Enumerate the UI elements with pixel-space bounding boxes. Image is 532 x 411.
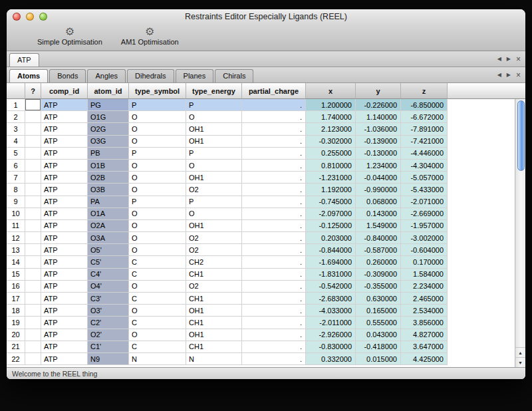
cell-type-energy[interactable]: OH1: [186, 220, 242, 232]
cell-z[interactable]: 0.170000: [401, 256, 448, 268]
column-header-flag[interactable]: ?: [25, 83, 41, 99]
cell-type-symbol[interactable]: C: [129, 341, 186, 353]
cell-type-energy[interactable]: CH1: [186, 341, 242, 353]
cell-x[interactable]: -2.683000: [306, 293, 356, 305]
cell-partial-charge[interactable]: .: [242, 172, 306, 184]
cell-y[interactable]: -0.044000: [356, 172, 401, 184]
titlebar[interactable]: Restraints Editor Especially Ligands (RE…: [7, 9, 525, 24]
cell-comp-id[interactable]: ATP: [41, 160, 88, 172]
row-number[interactable]: 10: [7, 208, 25, 220]
cell-partial-charge[interactable]: .: [242, 281, 306, 293]
cell-partial-charge[interactable]: .: [242, 353, 306, 365]
cell-z[interactable]: 1.584000: [401, 269, 448, 281]
cell-atom-id[interactable]: C1': [88, 341, 129, 353]
cell-type-symbol[interactable]: P: [129, 148, 186, 160]
cell-z[interactable]: 2.534000: [401, 305, 448, 317]
cell-atom-id[interactable]: N9: [88, 353, 129, 365]
table-row[interactable]: 16ATPO4'OO2.-0.542000-0.3550002.234000: [7, 281, 515, 293]
cell-comp-id[interactable]: ATP: [41, 172, 88, 184]
cell-z[interactable]: -7.421000: [401, 136, 448, 148]
cell-atom-id[interactable]: O4': [88, 281, 129, 293]
row-number[interactable]: 16: [7, 281, 25, 293]
cell-atom-id[interactable]: O2A: [88, 220, 129, 232]
tab-chirals[interactable]: Chirals: [215, 69, 253, 82]
cell-flag[interactable]: [25, 160, 41, 172]
cell-flag[interactable]: [25, 136, 41, 148]
cell-type-symbol[interactable]: O: [129, 208, 186, 220]
cell-y[interactable]: 0.068000: [356, 196, 401, 208]
cell-partial-charge[interactable]: .: [242, 341, 306, 353]
row-number[interactable]: 18: [7, 305, 25, 317]
cell-type-symbol[interactable]: O: [129, 160, 186, 172]
cell-x[interactable]: -0.542000: [306, 281, 356, 293]
cell-flag[interactable]: [25, 256, 41, 268]
cell-type-symbol[interactable]: O: [129, 111, 186, 123]
cell-atom-id[interactable]: PB: [88, 148, 129, 160]
row-number[interactable]: 9: [7, 196, 25, 208]
cell-partial-charge[interactable]: .: [242, 269, 306, 281]
cell-partial-charge[interactable]: .: [242, 196, 306, 208]
cell-partial-charge[interactable]: .: [242, 244, 306, 256]
cell-type-symbol[interactable]: P: [129, 99, 186, 111]
cell-comp-id[interactable]: ATP: [41, 99, 88, 111]
cell-x[interactable]: -0.844000: [306, 244, 356, 256]
scrollbar-track[interactable]: [515, 99, 525, 347]
table-row[interactable]: 8ATPO3BOO2.1.192000-0.990000-5.433000: [7, 184, 515, 196]
cell-type-energy[interactable]: CH2: [186, 256, 242, 268]
cell-flag[interactable]: [25, 111, 41, 123]
cell-z[interactable]: -0.604000: [401, 244, 448, 256]
cell-partial-charge[interactable]: .: [242, 136, 306, 148]
cell-x[interactable]: 0.332000: [306, 353, 356, 365]
cell-partial-charge[interactable]: .: [242, 220, 306, 232]
tab-scroll-right-icon[interactable]: ▶: [507, 56, 511, 62]
cell-atom-id[interactable]: O1A: [88, 208, 129, 220]
cell-y[interactable]: -0.139000: [356, 136, 401, 148]
row-number[interactable]: 4: [7, 136, 25, 148]
cell-flag[interactable]: [25, 184, 41, 196]
row-number[interactable]: 11: [7, 220, 25, 232]
cell-y[interactable]: 0.260000: [356, 256, 401, 268]
cell-type-symbol[interactable]: C: [129, 293, 186, 305]
tab-dihedrals[interactable]: Dihedrals: [127, 69, 174, 82]
row-number[interactable]: 17: [7, 293, 25, 305]
cell-y[interactable]: 1.140000: [356, 111, 401, 123]
cell-x[interactable]: -1.694000: [306, 256, 356, 268]
cell-flag[interactable]: [25, 208, 41, 220]
cell-partial-charge[interactable]: .: [242, 232, 306, 244]
tab-atp[interactable]: ATP: [9, 53, 39, 67]
cell-z[interactable]: -5.433000: [401, 184, 448, 196]
cell-partial-charge[interactable]: .: [242, 208, 306, 220]
cell-partial-charge[interactable]: .: [242, 111, 306, 123]
simple-optimisation-button[interactable]: ⚙ Simple Optimisation: [33, 25, 106, 47]
cell-x[interactable]: -4.033000: [306, 305, 356, 317]
cell-type-symbol[interactable]: O: [129, 184, 186, 196]
cell-comp-id[interactable]: ATP: [41, 208, 88, 220]
cell-y[interactable]: -1.036000: [356, 123, 401, 135]
table-row[interactable]: 18ATPO3'OOH1.-4.0330000.1650002.534000: [7, 305, 515, 317]
column-header-partial-charge[interactable]: partial_charge: [242, 83, 306, 99]
cell-flag[interactable]: [25, 99, 41, 111]
row-number[interactable]: 20: [7, 329, 25, 341]
cell-z[interactable]: -1.957000: [401, 220, 448, 232]
cell-type-energy[interactable]: OH1: [186, 329, 242, 341]
cell-z[interactable]: -2.071000: [401, 196, 448, 208]
cell-y[interactable]: -0.587000: [356, 244, 401, 256]
cell-x[interactable]: 1.192000: [306, 184, 356, 196]
cell-atom-id[interactable]: O3A: [88, 232, 129, 244]
table-row[interactable]: 5ATPPBPP.0.255000-0.130000-4.446000: [7, 148, 515, 160]
cell-flag[interactable]: [25, 317, 41, 329]
cell-partial-charge[interactable]: .: [242, 184, 306, 196]
cell-type-energy[interactable]: O2: [186, 232, 242, 244]
tab-scroll-right-icon[interactable]: ▶: [507, 72, 511, 78]
row-number[interactable]: 6: [7, 160, 25, 172]
tab-atoms[interactable]: Atoms: [9, 69, 48, 82]
cell-flag[interactable]: [25, 196, 41, 208]
table-row[interactable]: 4ATPO3GOOH1.-0.302000-0.139000-7.421000: [7, 136, 515, 148]
cell-z[interactable]: -4.304000: [401, 160, 448, 172]
cell-comp-id[interactable]: ATP: [41, 293, 88, 305]
cell-x[interactable]: 1.200000: [306, 99, 356, 111]
cell-flag[interactable]: [25, 148, 41, 160]
cell-partial-charge[interactable]: .: [242, 99, 306, 111]
cell-y[interactable]: -0.840000: [356, 232, 401, 244]
cell-partial-charge[interactable]: .: [242, 160, 306, 172]
